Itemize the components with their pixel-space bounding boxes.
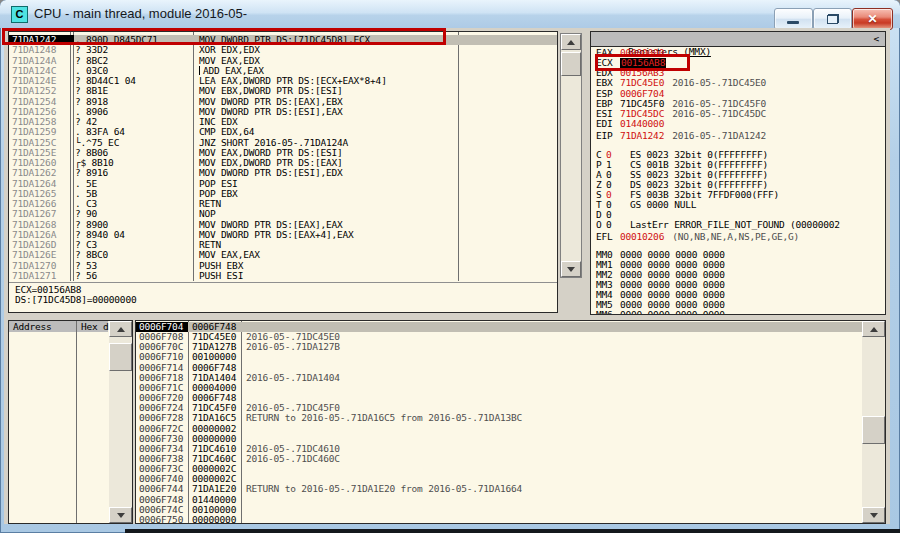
register-name: EFL xyxy=(596,232,620,242)
stack-row[interactable]: 0006F74C00100000 xyxy=(136,505,885,515)
register-row[interactable]: EBX71DC45E02016-05-.71DC45E0 xyxy=(596,78,766,88)
register-row-efl[interactable]: EFL00010206(NO,NB,NE,A,NS,PE,GE,G) xyxy=(596,232,799,242)
scroll-down-button[interactable] xyxy=(561,261,581,277)
stack-comment-cell: RETURN to 2016-05-.71DA16C5 from 2016-05… xyxy=(246,413,522,423)
register-name: MM6 xyxy=(596,310,620,315)
opcode-cell: ? 33D2 xyxy=(75,45,191,55)
address-cell: 71DA126E xyxy=(12,250,71,260)
register-value: 71DA1242 xyxy=(620,131,664,141)
address-cell: 71DA1248 xyxy=(12,45,71,55)
annotation-box-instruction xyxy=(2,28,446,45)
minimize-button[interactable] xyxy=(774,8,813,30)
info-line-ds: DS:[71DC45D8]=00000000 xyxy=(15,295,136,305)
instruction-cell: MOV DWORD PTR DS:[ESI],EDX xyxy=(199,168,343,178)
collapse-registers-button[interactable]: < xyxy=(873,32,879,45)
text-caret xyxy=(199,66,200,75)
window-bottom-edge xyxy=(125,529,900,533)
arrow-down-icon xyxy=(870,513,878,518)
disassembly-row[interactable]: 71DA1271? 56PUSH ESI xyxy=(9,271,557,281)
register-row-eip[interactable]: EIP71DA12422016-05-.71DA1242 xyxy=(596,131,766,141)
registers-pane[interactable]: Registers (MMX) < EAX00000000ECX00156AB8… xyxy=(590,31,886,315)
disassembly-row[interactable]: 71DA126E? 8BC0MOV EAX,EAX xyxy=(9,250,557,260)
cpu-window-icon: C xyxy=(11,6,28,23)
disassembly-row[interactable]: 71DA1248? 33D2XOR EDX,EDX xyxy=(9,45,557,55)
flag-row[interactable]: O0LastErr ERROR_FILE_NOT_FOUND (00000002 xyxy=(596,220,840,230)
disassembly-scrollbar[interactable] xyxy=(560,33,582,278)
address-cell: 71DA1252 xyxy=(12,86,71,96)
stack-row[interactable]: 0006F71C00004000 xyxy=(136,383,885,393)
dump-header-address[interactable]: Address xyxy=(9,321,76,332)
register-name: EIP xyxy=(596,131,620,141)
scrollbar-thumb[interactable] xyxy=(109,343,132,371)
stack-comment-cell: RETURN to 2016-05-.71DA1E20 from 2016-05… xyxy=(246,484,522,494)
register-value: 00010206 xyxy=(620,232,664,242)
stack-row[interactable]: 0006F74801440000 xyxy=(136,495,885,505)
address-cell: 71DA1267 xyxy=(12,209,71,219)
mmx-register-row[interactable]: MM60000 0000 0000 0000 xyxy=(596,310,725,315)
disassembly-row[interactable]: 71DA1259. 83FA 64CMP EDX,64 xyxy=(9,127,557,137)
segment-info: GS 0000 NULL xyxy=(630,199,696,210)
stack-address-cell: 0006F750 xyxy=(139,515,185,524)
address-cell: 71DA1259 xyxy=(12,127,71,137)
instruction-cell: MOV DWORD PTR DS:[EAX+4],EAX xyxy=(199,230,354,240)
scroll-up-button[interactable] xyxy=(862,321,885,337)
stack-row[interactable]: 0006F72C00000002 xyxy=(136,424,885,434)
stack-row[interactable]: 0006F75000000000 xyxy=(136,515,885,524)
register-value: 01440000 xyxy=(620,119,664,129)
close-button[interactable]: ✕ xyxy=(852,8,893,30)
stack-comment-cell: 2016-05-.71DA127B xyxy=(246,342,340,352)
instruction-cell: MOV EBX,DWORD PTR DS:[ESI] xyxy=(199,86,343,96)
register-comment: 2016-05-.71DC45DC xyxy=(672,108,766,119)
stack-value-cell: 71DA16C5 xyxy=(192,413,238,423)
stack-row[interactable]: 0006F73871DC460C2016-05-.71DC460C xyxy=(136,454,885,464)
register-row[interactable]: EDI01440000 xyxy=(596,119,664,129)
stack-row[interactable]: 0006F74471DA1E20RETURN to 2016-05-.71DA1… xyxy=(136,484,885,494)
restore-icon xyxy=(827,15,838,24)
scrollbar-thumb[interactable] xyxy=(862,416,885,444)
opcode-cell: ? 90 xyxy=(75,209,191,219)
register-value: 0000 0000 0000 0000 xyxy=(620,310,725,315)
disassembly-pane[interactable]: 71DA1242. 890D D845DC71MOV DWORD PTR DS:… xyxy=(8,31,558,313)
disassembly-row[interactable]: 71DA1262? 8916MOV DWORD PTR DS:[ESI],EDX xyxy=(9,168,557,178)
arrow-up-icon xyxy=(117,327,125,332)
scroll-down-button[interactable] xyxy=(109,507,132,523)
stack-pane[interactable]: 0006F7040006F7480006F70871DC45E02016-05-… xyxy=(135,320,886,524)
stack-row[interactable]: 0006F71871DA14042016-05-.71DA1404 xyxy=(136,373,885,383)
register-name: EDI xyxy=(596,119,620,129)
restore-button[interactable] xyxy=(813,8,852,30)
flag-value: 0 xyxy=(606,220,618,230)
stack-scrollbar[interactable] xyxy=(862,321,885,523)
stack-comment-cell: 2016-05-.71DC460C xyxy=(246,454,340,464)
disassembly-row[interactable]: 71DA1252? 8B1EMOV EBX,DWORD PTR DS:[ESI] xyxy=(9,86,557,96)
arrow-up-icon xyxy=(567,40,575,45)
register-value: 71DC45E0 xyxy=(620,78,664,88)
opcode-cell: ? 8916 xyxy=(75,168,191,178)
scroll-up-button[interactable] xyxy=(109,321,132,337)
opcode-cell: ? 56 xyxy=(75,271,191,281)
scrollbar-thumb[interactable] xyxy=(561,52,581,76)
dump-pane[interactable]: Address Hex d xyxy=(8,320,133,524)
minimize-icon xyxy=(787,21,799,24)
dump-header-hex[interactable]: Hex d xyxy=(77,321,108,332)
stack-row[interactable]: 0006F72871DA16C5RETURN to 2016-05-.71DA1… xyxy=(136,413,885,423)
stack-comment-cell: 2016-05-.71DA1404 xyxy=(246,373,340,383)
stack-row[interactable]: 0006F70C71DA127B2016-05-.71DA127B xyxy=(136,342,885,352)
disassembly-row[interactable]: 71DA1267? 90NOP xyxy=(9,209,557,219)
instruction-cell: XOR EDX,EDX xyxy=(199,45,260,55)
flags-decoded: (NO,NB,NE,A,NS,PE,GE,G) xyxy=(672,231,799,242)
dump-scrollbar[interactable] xyxy=(109,321,132,523)
scroll-down-button[interactable] xyxy=(862,507,885,523)
arrow-down-icon xyxy=(567,267,575,272)
stack-row[interactable]: 0006F71000100000 xyxy=(136,352,885,362)
stack-row[interactable]: 0006F73C0000002C xyxy=(136,464,885,474)
address-cell: 71DA1262 xyxy=(12,168,71,178)
scroll-up-button[interactable] xyxy=(561,34,581,50)
titlebar[interactable]: C CPU - main thread, module 2016-05- ✕ xyxy=(0,0,900,28)
flag-name: O xyxy=(596,220,606,230)
opcode-cell: ? 8B1E xyxy=(75,86,191,96)
stack-address-cell: 0006F728 xyxy=(139,413,185,423)
instruction-cell: CMP EDX,64 xyxy=(199,127,254,137)
info-separator xyxy=(9,282,557,283)
register-comment: 2016-05-.71DC45E0 xyxy=(672,77,766,88)
opcode-cell: . 83FA 64 xyxy=(75,127,191,137)
